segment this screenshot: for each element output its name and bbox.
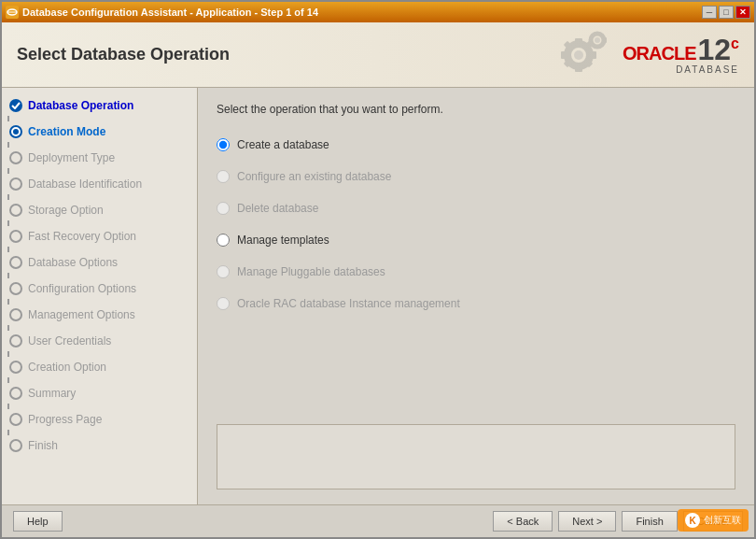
svg-rect-17 [603, 37, 607, 43]
sidebar-label-user-credentials: User Credentials [28, 334, 111, 348]
sidebar-item-summary: Summary [2, 383, 197, 404]
step-indicator-user-credentials [9, 334, 22, 348]
step-indicator-fast-recovery-option [9, 230, 22, 243]
sidebar-label-progress-page: Progress Page [28, 413, 102, 426]
sidebar-label-summary: Summary [28, 387, 76, 400]
step-indicator-database-operation [9, 99, 22, 112]
svg-rect-7 [591, 51, 596, 59]
sidebar-item-progress-page: Progress Page [2, 409, 197, 430]
sidebar-label-fast-recovery-option: Fast Recovery Option [28, 230, 136, 243]
step-indicator-storage-option [9, 204, 22, 217]
sidebar-item-database-operation[interactable]: Database Operation [2, 95, 197, 116]
sidebar-item-management-options: Management Options [2, 305, 197, 325]
close-button[interactable]: ✕ [735, 6, 750, 19]
minimize-button[interactable]: ─ [702, 6, 717, 19]
sidebar-label-storage-option: Storage Option [28, 204, 104, 217]
gear-decoration [546, 29, 611, 80]
sidebar-item-database-options: Database Options [2, 252, 197, 273]
next-button[interactable]: Next > [558, 511, 616, 532]
sidebar-label-deployment-type: Deployment Type [28, 151, 115, 164]
sidebar-item-finish: Finish [2, 435, 197, 456]
oracle-version: 12c [698, 35, 740, 64]
radio-delete-db [217, 202, 230, 215]
sidebar-item-user-credentials: User Credentials [2, 331, 197, 351]
step-indicator-management-options [9, 308, 22, 321]
back-button[interactable]: < Back [493, 511, 553, 532]
svg-rect-4 [575, 38, 582, 44]
label-create-db: Create a database [237, 138, 329, 151]
window-title: Database Configuration Assistant - Appli… [22, 7, 698, 18]
page-title: Select Database Operation [17, 45, 230, 64]
sidebar: Database Operation Creation Mode Deploym… [2, 88, 198, 504]
window-controls: ─ □ ✕ [702, 6, 750, 19]
sidebar-label-database-options: Database Options [28, 256, 118, 269]
label-delete-db: Delete database [237, 202, 318, 215]
oracle-brand: ORACLE [623, 43, 695, 64]
sidebar-item-configuration-options: Configuration Options [2, 278, 197, 299]
maximize-button[interactable]: □ [719, 6, 734, 19]
main-window: Database Configuration Assistant - Appli… [0, 0, 756, 539]
svg-rect-16 [589, 37, 593, 43]
sidebar-item-database-identification: Database Identification [2, 174, 197, 194]
step-indicator-progress-page [9, 413, 22, 426]
label-manage-pluggable: Manage Pluggable databases [237, 265, 385, 278]
svg-rect-15 [595, 45, 600, 49]
step-indicator-database-identification [9, 177, 22, 191]
radio-oracle-rac [217, 297, 230, 310]
radio-manage-pluggable [217, 265, 230, 278]
watermark-icon: K [685, 513, 700, 528]
svg-rect-6 [561, 51, 567, 59]
option-configure-existing: Configure an existing database [217, 166, 735, 187]
sidebar-item-deployment-type: Deployment Type [2, 148, 197, 168]
step-indicator-deployment-type [9, 151, 22, 164]
option-manage-templates[interactable]: Manage templates [217, 230, 735, 250]
content-instruction: Select the operation that you want to pe… [217, 103, 735, 116]
svg-point-13 [595, 37, 600, 43]
step-indicator-summary [9, 387, 22, 400]
step-indicator-creation-option [9, 361, 22, 374]
option-delete-db: Delete database [217, 198, 735, 219]
sidebar-item-fast-recovery-option: Fast Recovery Option [2, 226, 197, 247]
page-header: Select Database Operation [2, 22, 754, 88]
sidebar-item-storage-option: Storage Option [2, 200, 197, 220]
sidebar-label-database-operation: Database Operation [28, 99, 133, 112]
radio-create-db[interactable] [217, 138, 230, 151]
main-content: Database Operation Creation Mode Deploym… [2, 88, 754, 504]
step-indicator-finish [9, 439, 22, 452]
svg-point-3 [574, 50, 583, 60]
footer: Help < Back Next > Finish Cancel [2, 504, 754, 537]
sidebar-label-creation-mode: Creation Mode [28, 125, 105, 138]
svg-rect-5 [575, 66, 582, 72]
step-indicator-creation-mode [9, 125, 22, 138]
oracle-db-label: DATABASE [676, 64, 739, 75]
svg-rect-14 [595, 32, 600, 35]
help-button[interactable]: Help [13, 511, 63, 532]
label-manage-templates: Manage templates [237, 234, 329, 247]
radio-manage-templates[interactable] [217, 234, 230, 247]
option-oracle-rac: Oracle RAC database Instance management [217, 293, 735, 314]
sidebar-label-configuration-options: Configuration Options [28, 282, 136, 295]
watermark: K 创新互联 [678, 509, 749, 532]
step-indicator-configuration-options [9, 282, 22, 295]
sidebar-label-management-options: Management Options [28, 308, 135, 321]
radio-configure-existing [217, 170, 230, 183]
content-area: Select the operation that you want to pe… [198, 88, 754, 504]
bottom-panel [217, 424, 735, 489]
sidebar-label-finish: Finish [28, 439, 58, 452]
label-oracle-rac: Oracle RAC database Instance management [237, 297, 460, 310]
finish-button[interactable]: Finish [622, 511, 677, 532]
label-configure-existing: Configure an existing database [237, 170, 391, 183]
sidebar-label-creation-option: Creation Option [28, 361, 106, 374]
option-manage-pluggable: Manage Pluggable databases [217, 262, 735, 282]
step-indicator-database-options [9, 256, 22, 269]
sidebar-item-creation-mode[interactable]: Creation Mode [2, 121, 197, 142]
app-icon [6, 6, 19, 19]
watermark-text: 创新互联 [704, 514, 741, 527]
option-create-db[interactable]: Create a database [217, 135, 735, 155]
sidebar-item-creation-option: Creation Option [2, 357, 197, 377]
sidebar-label-database-identification: Database Identification [28, 177, 142, 191]
title-bar: Database Configuration Assistant - Appli… [2, 2, 754, 22]
